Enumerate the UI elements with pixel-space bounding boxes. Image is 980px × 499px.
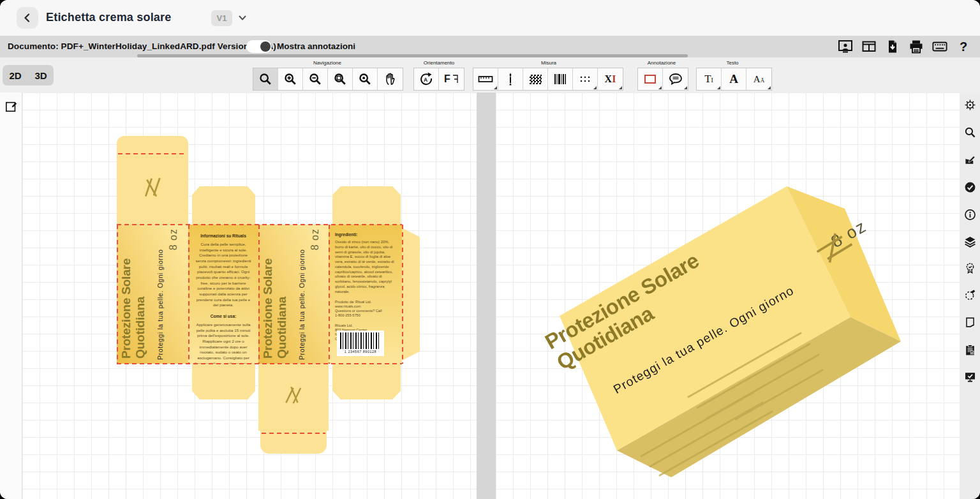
- group-label-navigation: Navigazione: [289, 60, 366, 66]
- zoom-in-icon: [283, 72, 297, 86]
- split-view-divider[interactable]: [477, 93, 496, 499]
- present-user-button[interactable]: [838, 39, 853, 54]
- page-icon: [964, 317, 976, 329]
- ruler-button[interactable]: [473, 68, 498, 90]
- annotation-rectangle-button[interactable]: [638, 68, 663, 90]
- dropdown-corner: [768, 86, 771, 89]
- keyboard-icon: [932, 40, 947, 53]
- magnifier-icon: [258, 72, 272, 86]
- hand-icon: [383, 72, 397, 86]
- dieline-bottom-panel: [258, 364, 329, 431]
- info-panel-button[interactable]: [964, 209, 976, 221]
- left-rail: [0, 93, 22, 499]
- character-compare-button[interactable]: AĀ: [746, 68, 771, 90]
- text-measure-button[interactable]: XI: [598, 68, 623, 90]
- brand-logo-icon: [140, 174, 165, 200]
- braille-button[interactable]: [573, 68, 598, 90]
- group-label-measure: Misura: [510, 60, 587, 66]
- group-label-annotation: Annotazione: [623, 60, 700, 66]
- select-zoom-button[interactable]: [253, 68, 278, 90]
- dieline-ingredients-panel: Ingredienti: Ossido di zinco (non nano) …: [329, 225, 402, 364]
- dieline-canvas-2d[interactable]: Protezione SolareQuotidiana Proteggi la …: [22, 93, 477, 499]
- barcode-icon: [554, 73, 567, 86]
- ingredients-body: Ossido di zinco (non nano) 20%, burro di…: [335, 240, 396, 295]
- layout-panels-button[interactable]: [861, 39, 877, 54]
- speech-bubble-icon: [669, 73, 683, 86]
- document-actions: ?: [838, 37, 971, 56]
- version-badge[interactable]: V1: [211, 10, 232, 26]
- dropdown-corner: [658, 86, 662, 89]
- search-icon: [964, 126, 976, 138]
- text-select-button[interactable]: TI: [697, 68, 722, 90]
- font-info-button[interactable]: A: [722, 68, 746, 90]
- app-header: Etichetta crema solare V1: [0, 0, 980, 36]
- checklist-panel-button[interactable]: [964, 344, 976, 356]
- back-button[interactable]: [17, 7, 38, 29]
- rotate-button[interactable]: A: [414, 68, 439, 90]
- barcode-button[interactable]: [548, 68, 573, 90]
- version-dropdown[interactable]: [237, 13, 248, 23]
- eyedropper-button[interactable]: [498, 68, 523, 90]
- svg-text:A: A: [424, 77, 427, 83]
- pan-button[interactable]: [378, 68, 403, 90]
- red-rectangle-icon: [644, 75, 656, 84]
- brand-logo-icon: [281, 383, 306, 408]
- layers-panel-button[interactable]: [964, 235, 976, 248]
- dieline-dust-flap-bottom-right: [332, 364, 401, 399]
- rotate-icon: A: [419, 71, 434, 87]
- annotations-toggle-label: Mostra annotazioni: [277, 41, 355, 51]
- measure-group: XI: [473, 68, 623, 91]
- edit-artwork-button[interactable]: [5, 100, 18, 113]
- flip-mirror-icon: [451, 74, 459, 84]
- toolbar: 2D 3D Navigazione Orientamento: [0, 57, 980, 93]
- chevron-down-icon: [237, 13, 248, 23]
- draw-region-button[interactable]: [964, 289, 976, 301]
- fold-line: [118, 153, 187, 154]
- barcode: 1 234567 890128: [337, 331, 384, 356]
- print-button[interactable]: [909, 39, 924, 54]
- fold-line: [262, 433, 325, 434]
- fold-line: [117, 225, 118, 364]
- certification-panel-button[interactable]: [964, 262, 976, 274]
- font-icon: A: [729, 72, 738, 86]
- pages-panel-button[interactable]: [964, 317, 976, 329]
- group-label-orientation: Orientamento: [401, 60, 477, 66]
- view-2d-button[interactable]: 2D: [9, 70, 21, 81]
- character-compare-icon: AĀ: [754, 74, 764, 85]
- chevron-left-icon: [22, 12, 33, 24]
- document-label: Documento: PDF+_WinterHoliday_LinkedARD.…: [8, 41, 276, 51]
- zoom-point-button[interactable]: [353, 68, 378, 90]
- page-title: Etichetta crema solare: [46, 11, 172, 24]
- flip-button[interactable]: F: [439, 68, 464, 90]
- comment-button[interactable]: [663, 68, 688, 90]
- zoom-marquee-button[interactable]: [328, 68, 353, 90]
- zoom-in-button[interactable]: [278, 68, 303, 90]
- inspect-search-button[interactable]: [964, 126, 976, 138]
- annotate-panel-button[interactable]: [964, 154, 976, 166]
- dropdown-corner: [717, 86, 720, 89]
- box-canvas-3d[interactable]: Protezione SolareQuotidiana Proteggi la …: [496, 93, 960, 499]
- barcode-bars-icon: [340, 332, 381, 349]
- product-size: 8 oz: [309, 228, 321, 250]
- text-cursor-icon: TI: [704, 73, 713, 86]
- product-tagline: Proteggi la tua pelle. Ogni giorno: [156, 250, 164, 360]
- display-check-button[interactable]: [964, 371, 976, 383]
- presenter-icon: [838, 40, 853, 54]
- shortcuts-button[interactable]: [932, 39, 947, 54]
- view-3d-button[interactable]: 3D: [34, 70, 47, 81]
- export-file-button[interactable]: [885, 39, 900, 54]
- density-button[interactable]: [523, 68, 548, 90]
- zoom-out-button[interactable]: [303, 68, 328, 90]
- dropdown-corner: [684, 86, 687, 89]
- settings-button[interactable]: [964, 99, 976, 111]
- info-icon: [964, 209, 976, 221]
- help-button[interactable]: ?: [956, 39, 971, 54]
- group-label-text: Testo: [694, 60, 771, 66]
- navigation-group: [253, 68, 403, 91]
- approve-panel-button[interactable]: [964, 181, 976, 193]
- annotations-toggle[interactable]: [246, 40, 272, 53]
- view-mode-toggle: 2D 3D: [3, 65, 54, 86]
- info-body: Cura della pelle semplice, intelligente …: [194, 242, 253, 308]
- annotation-group: [637, 68, 688, 91]
- fold-line: [402, 225, 403, 364]
